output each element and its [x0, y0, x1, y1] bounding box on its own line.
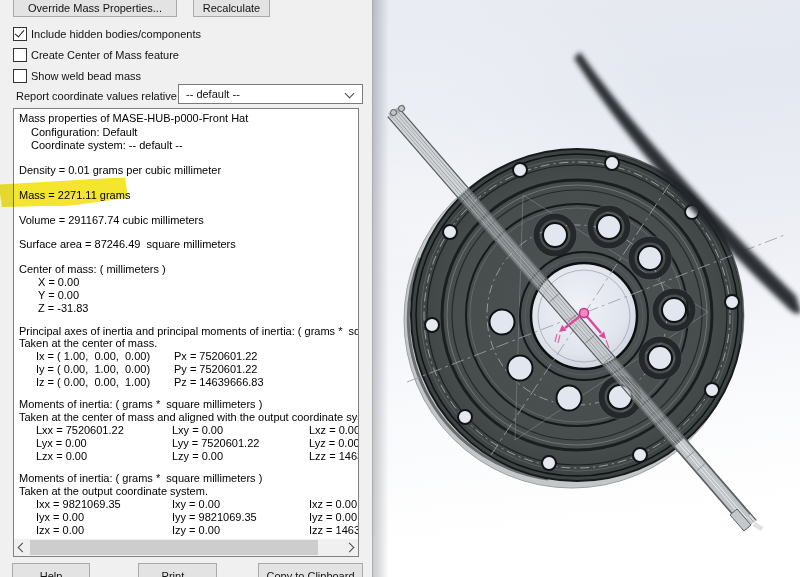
report-line: Configuration: Default [14, 126, 358, 139]
report-line: Lxx = 7520601.22Lxy = 0.00Lxz = 0.00 [14, 424, 358, 437]
mass-report: Mass properties of MASE-HUB-p000-Front H… [13, 108, 359, 557]
report-line: Iz = ( 0.00, 0.00, 1.00)Pz = 14639666.83 [14, 376, 358, 389]
report-line: Lzx = 0.00Lzy = 0.00Lzz = 14639666.83 [14, 450, 358, 463]
report-line: Z = -31.83 [14, 302, 358, 315]
horizontal-scrollbar[interactable] [14, 539, 358, 556]
checkbox-show-weld-bead-mass[interactable]: Show weld bead mass [13, 69, 141, 83]
report-line: Coordinate system: -- default -- [14, 139, 358, 152]
checkbox-box-icon[interactable] [13, 27, 27, 41]
report-line: Volume = 291167.74 cubic millimeters [14, 214, 358, 227]
report-line: X = 0.00 [14, 276, 358, 289]
chevron-right-icon [345, 543, 355, 553]
chevron-left-icon [18, 543, 28, 553]
print-button[interactable]: Print... [138, 563, 217, 577]
checkbox-include-hidden-bodies[interactable]: Include hidden bodies/components [13, 27, 201, 41]
mass-properties-dialog: Override Mass Properties... Recalculate … [0, 0, 373, 577]
report-line: Moments of inertia: ( grams * square mil… [14, 472, 358, 485]
coordinate-relative-label: Report coordinate values relative to: [16, 90, 192, 102]
checkbox-label: Create Center of Mass feature [31, 49, 179, 61]
report-line: Iyx = 0.00Iyy = 9821069.35Iyz = 0.00 [14, 511, 358, 524]
report-line: Taken at the center of mass. [14, 337, 358, 350]
checkbox-box-icon[interactable] [13, 48, 27, 62]
report-line: Y = 0.00 [14, 289, 358, 302]
override-mass-properties-button[interactable]: Override Mass Properties... [13, 0, 177, 17]
report-line: Mass properties of MASE-HUB-p000-Front H… [14, 112, 358, 125]
report-line: Center of mass: ( millimeters ) [14, 263, 358, 276]
report-line: Mass = 2271.11 grams [14, 189, 358, 202]
recalculate-button[interactable]: Recalculate [193, 0, 270, 17]
mass-properties-window: Override Mass Properties... Recalculate … [0, 0, 800, 577]
chevron-down-icon [345, 89, 355, 99]
report-line: Density = 0.01 grams per cubic millimete… [14, 164, 358, 177]
copy-to-clipboard-button[interactable]: Copy to Clipboard [258, 563, 363, 577]
report-line: Taken at the output coordinate system. [14, 485, 358, 498]
report-line: Ixx = 9821069.35Ixy = 0.00Ixz = 0.00 [14, 498, 358, 511]
report-line: Surface area = 87246.49 square millimete… [14, 238, 358, 251]
report-line: Lyx = 0.00Lyy = 7520601.22Lyz = 0.00 [14, 437, 358, 450]
checkbox-label: Show weld bead mass [31, 70, 141, 82]
check-icon [15, 27, 25, 37]
report-line: Iy = ( 0.00, 1.00, 0.00)Py = 7520601.22 [14, 363, 358, 376]
scroll-left-button[interactable] [14, 539, 31, 556]
checkbox-create-center-of-mass[interactable]: Create Center of Mass feature [13, 48, 179, 62]
3d-viewport[interactable] [373, 0, 800, 577]
coordinate-system-value: -- default -- [186, 88, 240, 100]
scroll-right-button[interactable] [341, 539, 358, 556]
scrollbar-thumb[interactable] [30, 540, 318, 555]
coordinate-system-select[interactable]: -- default -- [178, 84, 363, 104]
checkbox-label: Include hidden bodies/components [31, 28, 201, 40]
report-line: Taken at the center of mass and aligned … [14, 411, 358, 424]
help-button[interactable]: Help [12, 563, 90, 577]
cad-model-svg [373, 0, 800, 577]
checkbox-box-icon[interactable] [13, 69, 27, 83]
report-line: Izx = 0.00Izy = 0.00Izz = 14639666.83 [14, 524, 358, 537]
report-line: Moments of inertia: ( grams * square mil… [14, 398, 358, 411]
report-line: Ix = ( 1.00, 0.00, 0.00)Px = 7520601.22 [14, 350, 358, 363]
